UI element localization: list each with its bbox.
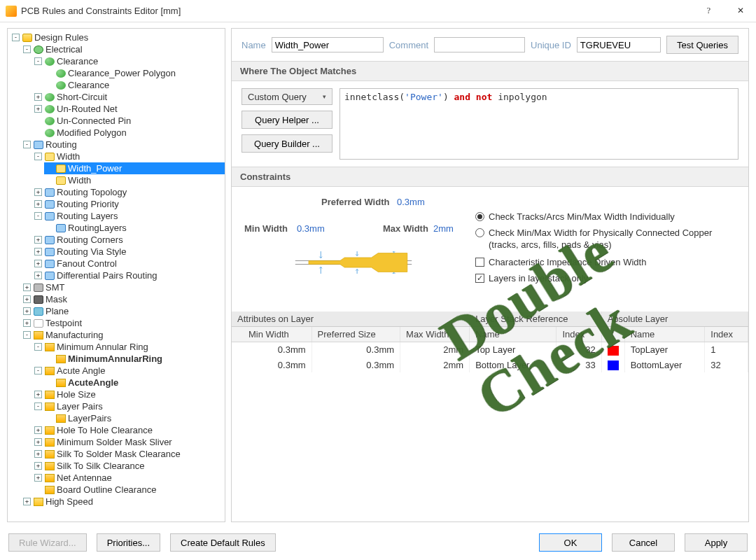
cancel-button[interactable]: Cancel	[612, 533, 675, 552]
tree-short[interactable]: Short-Circuit	[57, 91, 107, 103]
tree-clearance-pp[interactable]: Clearance_Power Polygon	[68, 67, 176, 79]
query-textarea[interactable]: innetclass('Power') and not inpolygon	[340, 88, 738, 160]
tree-rcorners[interactable]: Routing Corners	[57, 234, 123, 246]
tree-unconn[interactable]: Un-Connected Pin	[57, 115, 131, 127]
tree-lpairs-rule[interactable]: LayerPairs	[68, 412, 111, 424]
table-group-abs: Absolute Layer	[601, 312, 748, 327]
tree-acute-rule[interactable]: AcuteAngle	[68, 377, 118, 388]
radio-check-connected[interactable]	[475, 228, 484, 237]
table-row[interactable]: 0.3mm0.3mm2mmBottom Layer33BottomLayer32	[232, 358, 748, 373]
tree-clearance[interactable]: Clearance	[57, 55, 98, 67]
pref-width-label: Preferred Width	[321, 197, 389, 207]
chk-layerstack[interactable]: ✓	[475, 274, 484, 283]
tree-rprio[interactable]: Routing Priority	[57, 198, 119, 210]
max-width-value[interactable]: 2mm	[433, 223, 454, 234]
width-diagram: Preferred Width 0.3mm Min Width 0.3mm Ma…	[244, 197, 454, 309]
tree-rtopo[interactable]: Routing Topology	[57, 186, 127, 198]
radio-label-2: Check Min/Max Width for Physically Conne…	[489, 227, 712, 251]
tree-clearance-rule[interactable]: Clearance	[68, 79, 109, 91]
rule-editor-panel: Name Comment Unique ID Test Queries Wher…	[231, 28, 749, 522]
constraints-header: Constraints	[232, 167, 748, 187]
tree-minann-rule[interactable]: MinimumAnnularRing	[68, 353, 162, 365]
tree-lpairs-cat[interactable]: Layer Pairs	[57, 400, 103, 412]
create-default-rules-button[interactable]: Create Default Rules	[170, 533, 276, 552]
ok-button[interactable]: OK	[539, 533, 602, 552]
rules-tree[interactable]: -Design Rules -Electrical -Clearance Cle…	[8, 31, 225, 507]
uniqueid-label: Unique ID	[531, 40, 571, 50]
tree-h2h[interactable]: Hole To Hole Clearance	[57, 424, 153, 436]
tree-hole[interactable]: Hole Size	[57, 388, 96, 400]
tree-electrical[interactable]: Electrical	[46, 43, 83, 55]
tree-unrouted[interactable]: Un-Routed Net	[57, 103, 118, 115]
layer-attributes-table[interactable]: Attributes on Layer Layer Stack Referenc…	[232, 312, 748, 372]
query-mode-dropdown[interactable]: Custom Query▾	[241, 88, 332, 105]
app-icon	[6, 6, 17, 17]
tree-s2smc[interactable]: Silk To Solder Mask Clearance	[57, 448, 181, 460]
comment-label: Comment	[389, 40, 428, 50]
tree-diffpair[interactable]: Differential Pairs Routing	[57, 270, 158, 281]
expand-toggle[interactable]: -	[12, 34, 20, 41]
max-width-label: Max Width	[383, 223, 428, 234]
comment-input[interactable]	[434, 37, 525, 52]
chk-label-impedance: Characteristic Impedance Driven Width	[489, 256, 646, 268]
trace-shape-icon	[262, 251, 444, 274]
tree-width-rule[interactable]: Width	[68, 174, 91, 186]
tree-width-power[interactable]: Width_Power	[44, 162, 225, 174]
tree-modpoly[interactable]: Modified Polygon	[57, 127, 127, 139]
tree-smt[interactable]: SMT	[46, 281, 64, 293]
tree-plane[interactable]: Plane	[46, 305, 69, 317]
tree-s2s[interactable]: Silk To Silk Clearance	[57, 460, 144, 472]
table-group-attrs: Attributes on Layer	[232, 312, 470, 327]
name-input[interactable]	[272, 37, 384, 52]
radio-label-1: Check Tracks/Arcs Min/Max Width Individu…	[489, 211, 675, 223]
close-button[interactable]: ✕	[724, 1, 756, 22]
tree-minann-cat[interactable]: Minimum Annular Ring	[57, 341, 148, 353]
table-group-stack: Layer Stack Reference	[470, 312, 602, 327]
tree-boardout[interactable]: Board Outline Clearance	[57, 484, 156, 496]
help-button[interactable]: ?	[693, 1, 724, 22]
window-title: PCB Rules and Constraints Editor [mm]	[21, 6, 693, 16]
tree-sliver[interactable]: Minimum Solder Mask Sliver	[57, 436, 172, 448]
rule-wizard-button: Rule Wizard...	[8, 533, 87, 552]
chk-label-layerstack: Layers in layerstack only	[489, 272, 588, 284]
priorities-button[interactable]: Priorities...	[97, 533, 160, 552]
tree-rlayers[interactable]: Routing Layers	[57, 210, 118, 222]
tree-root[interactable]: Design Rules	[34, 31, 88, 43]
radio-check-individually[interactable]	[475, 212, 484, 221]
apply-button[interactable]: Apply	[685, 533, 748, 552]
tree-rvia[interactable]: Routing Via Style	[57, 246, 127, 258]
query-builder-button[interactable]: Query Builder ...	[241, 134, 332, 153]
tree-testpoint[interactable]: Testpoint	[46, 317, 82, 329]
min-width-label: Min Width	[244, 223, 288, 234]
pref-width-value[interactable]: 0.3mm	[397, 197, 425, 207]
tree-routing[interactable]: Routing	[46, 139, 77, 150]
min-width-value[interactable]: 0.3mm	[297, 223, 325, 234]
dialog-button-bar: Rule Wizard... Priorities... Create Defa…	[0, 525, 756, 560]
tree-manufacturing[interactable]: Manufacturing	[46, 329, 103, 341]
table-row[interactable]: 0.3mm0.3mm2mmTop Layer32TopLayer1	[232, 342, 748, 358]
tree-acute-cat[interactable]: Acute Angle	[57, 365, 105, 377]
tree-highspeed[interactable]: High Speed	[46, 496, 93, 507]
tree-netant[interactable]: Net Antennae	[57, 472, 112, 484]
query-helper-button[interactable]: Query Helper ...	[241, 111, 332, 129]
tree-fanout[interactable]: Fanout Control	[57, 258, 117, 270]
tree-width-cat[interactable]: Width	[57, 150, 80, 162]
tree-rlayers-rule[interactable]: RoutingLayers	[68, 222, 127, 234]
chk-impedance[interactable]	[475, 258, 484, 267]
tree-mask[interactable]: Mask	[46, 293, 67, 305]
chevron-down-icon: ▾	[323, 93, 326, 100]
titlebar: PCB Rules and Constraints Editor [mm] ? …	[0, 0, 756, 22]
name-label: Name	[241, 40, 266, 50]
test-queries-button[interactable]: Test Queries	[666, 36, 738, 54]
rules-tree-panel[interactable]: -Design Rules -Electrical -Clearance Cle…	[7, 28, 225, 522]
where-header: Where The Object Matches	[232, 61, 748, 81]
uniqueid-input[interactable]	[577, 37, 661, 52]
